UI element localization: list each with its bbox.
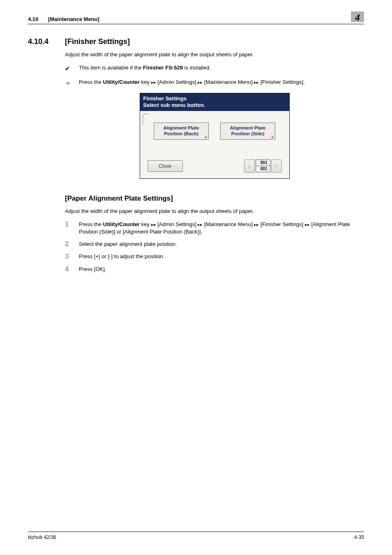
step-number: 3 (65, 253, 79, 260)
nav-sep-icon: ▸▸ (198, 222, 203, 227)
section-title: [Finisher Settings] (65, 37, 130, 46)
step-4: 4 Press [OK]. (65, 266, 364, 273)
availability-prefix: This item is available if the (79, 65, 143, 71)
nav-sep-icon: ▸▸ (254, 222, 259, 227)
screenshot-container: Finisher Settings Select sub menu button… (65, 93, 364, 179)
section-heading: 4.10.4 [Finisher Settings] (28, 37, 364, 46)
footer-right: 4-35 (354, 534, 364, 540)
step-3: 3 Press [+] or [-] to adjust the positio… (65, 253, 364, 260)
step-text: Select the paper alignment plate positio… (79, 240, 364, 248)
nav-prefix: Press the (79, 79, 103, 85)
arrow-down-icon: ↓ (248, 163, 251, 169)
step1-seg: [Finisher Settings] (259, 221, 304, 227)
chapter-badge: 4 (351, 12, 364, 22)
panel-title-bar: Finisher Settings Select sub menu button… (140, 93, 289, 111)
check-icon: ✔ (65, 64, 79, 73)
step-number: 4 (65, 266, 79, 273)
nav-key-suffix: key (140, 79, 151, 85)
alignment-plate-back-button[interactable]: Alignment Plate Position (Back) (154, 123, 209, 140)
page-up-button[interactable]: ↑ (271, 160, 282, 173)
step-text: Press the Utility/Counter key ▸▸ [Admin … (79, 221, 364, 236)
panel-body: Alignment Plate Position (Back) Alignmen… (140, 111, 289, 178)
availability-bold: Finisher FS-529 (143, 65, 183, 71)
nav-sep-icon: ▸▸ (254, 80, 259, 85)
header-left: 4.10 [Maintenance Menu] (28, 16, 99, 22)
close-button[interactable]: Close (148, 160, 183, 172)
steps-list: 1 Press the Utility/Counter key ▸▸ [Admi… (65, 221, 364, 273)
availability-text: This item is available if the Finisher F… (79, 64, 364, 73)
page-total: 001 (256, 166, 270, 172)
page-down-button[interactable]: ↓ (244, 160, 255, 173)
step-text: Press [OK]. (79, 266, 364, 273)
page-current: 001 (256, 160, 270, 166)
nav-item: [Admin Settings] (156, 79, 198, 85)
step-number: 1 (65, 221, 79, 236)
nav-sep-icon: ▸▸ (151, 80, 156, 85)
finisher-settings-panel: Finisher Settings Select sub menu button… (140, 93, 290, 179)
availability-note: ✔ This item is available if the Finisher… (65, 64, 364, 73)
pager: ↓ 001 001 ↑ (244, 160, 282, 173)
header-section-title: [Maintenance Menu] (48, 16, 99, 22)
page-footer: bizhub 42/36 4-35 (28, 532, 364, 540)
menu-buttons: Alignment Plate Position (Back) Alignmen… (148, 123, 282, 140)
availability-suffix: is installed. (183, 65, 211, 71)
step1-bold: Utility/Counter (103, 221, 140, 227)
step-2: 2 Select the paper alignment plate posit… (65, 240, 364, 248)
section-number: 4.10.4 (28, 37, 65, 46)
btn1-line1: Alignment Plate (164, 125, 199, 131)
navigation-text: Press the Utility/Counter key ▸▸ [Admin … (79, 79, 364, 87)
step1-seg: [Admin Settings] (156, 221, 198, 227)
step-number: 2 (65, 240, 79, 248)
section-intro: Adjust the width of the paper alignment … (65, 51, 364, 58)
arrow-up-icon: ↑ (275, 163, 278, 169)
step1-seg: [Maintenance Menu] (203, 221, 254, 227)
alignment-plate-side-button[interactable]: Alignment Plate Position (Side) (220, 123, 275, 140)
btn2-line2: Position (Side) (231, 131, 265, 136)
arrow-icon: ➔ (65, 79, 79, 87)
nav-item: [Finisher Settings]. (259, 79, 304, 85)
panel-title-line2: Select sub menu button. (143, 102, 286, 109)
nav-sep-icon: ▸▸ (305, 222, 310, 227)
btn2-line1: Alignment Plate (230, 125, 266, 131)
nav-sep-icon: ▸▸ (198, 80, 203, 85)
step-text: Press [+] or [-] to adjust the position. (79, 253, 364, 260)
navigation-path: ➔ Press the Utility/Counter key ▸▸ [Admi… (65, 79, 364, 87)
subsection-title: [Paper Alignment Plate Settings] (65, 194, 364, 203)
subsection-intro: Adjust the width of the paper alignment … (65, 208, 364, 215)
btn1-line2: Position (Back) (164, 131, 198, 136)
step1-mid: key (140, 221, 151, 227)
nav-key: Utility/Counter (103, 79, 140, 85)
step-1: 1 Press the Utility/Counter key ▸▸ [Admi… (65, 221, 364, 236)
step1-prefix: Press the (79, 221, 103, 227)
header-section-number: 4.10 (28, 16, 38, 22)
page-header: 4.10 [Maintenance Menu] 4 (28, 12, 364, 24)
nav-sep-icon: ▸▸ (151, 222, 156, 227)
panel-title-line1: Finisher Settings (143, 95, 286, 102)
footer-left: bizhub 42/36 (28, 534, 56, 540)
panel-footer: Close ↓ 001 001 ↑ (148, 160, 282, 173)
nav-item: [Maintenance Menu] (203, 79, 254, 85)
page-counter: 001 001 (256, 160, 270, 172)
